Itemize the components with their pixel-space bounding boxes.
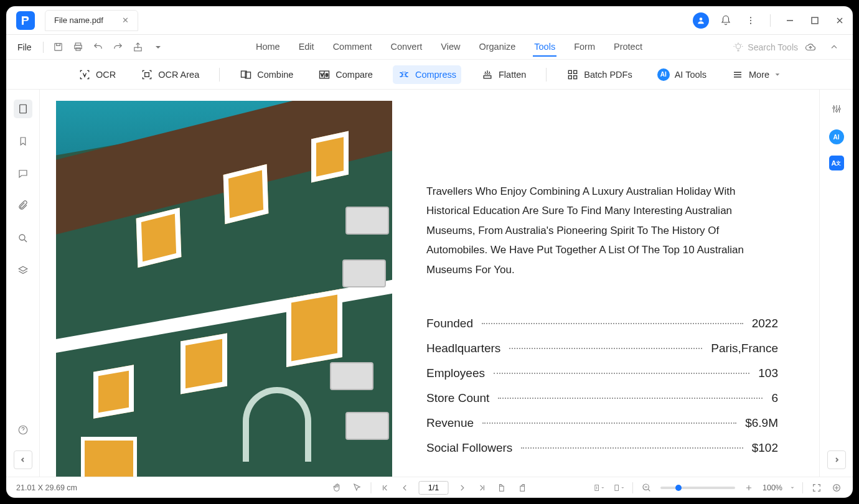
last-page-button[interactable] [476,482,489,494]
left-panel-collapse-button[interactable] [14,450,32,469]
info-label: Social Followers [426,441,512,455]
menu-home[interactable]: Home [255,38,281,57]
zoom-dropdown-icon[interactable] [790,485,795,490]
compare-button[interactable]: VS Compare [313,65,378,84]
svg-point-3 [750,22,751,24]
bookmarks-panel-button[interactable] [14,132,32,151]
chevron-down-icon [774,72,781,78]
compress-icon [398,68,410,81]
document-image [56,101,392,477]
help-button[interactable] [14,421,32,439]
cloud-upload-icon[interactable] [803,40,818,55]
scroll-mode-button[interactable] [593,482,605,494]
zoom-slider[interactable] [660,487,735,489]
close-window-button[interactable] [832,12,848,29]
compress-button[interactable]: Compress [393,65,461,84]
info-value: 6 [771,391,778,405]
properties-panel-button[interactable] [827,100,846,118]
menu-edit[interactable]: Edit [298,38,316,57]
menu-form[interactable]: Form [573,38,596,57]
menu-tools[interactable]: Tools [533,38,556,57]
menu-comment[interactable]: Comment [332,38,373,57]
comments-panel-button[interactable] [14,164,32,183]
kebab-menu-icon[interactable] [743,12,759,29]
svg-rect-20 [569,75,572,78]
fullscreen-button[interactable] [810,482,823,494]
dropdown-icon[interactable] [151,40,166,55]
page-number-input[interactable] [419,481,449,495]
prev-page-button[interactable] [399,482,411,494]
svg-text:V: V [321,73,324,77]
svg-rect-5 [55,44,62,50]
menu-view[interactable]: View [439,38,461,57]
print-icon[interactable] [71,40,86,55]
page-dimensions: 21.01 X 29.69 cm [16,483,77,492]
right-panel-collapse-button[interactable] [827,450,846,469]
ai-assistant-button[interactable]: AI [829,129,844,144]
info-row: Revenue$6.9M [426,416,778,430]
info-row: Employees103 [426,366,778,380]
svg-point-26 [838,108,840,110]
document-tab[interactable]: File name.pdf ✕ [45,10,138,31]
save-icon[interactable] [51,40,66,55]
ai-tools-button[interactable]: AI AI Tools [652,65,711,84]
app-logo[interactable] [16,11,35,30]
ocr-area-icon [141,68,153,81]
ocr-icon [78,68,91,81]
info-row: Store Count6 [426,391,778,405]
undo-icon[interactable] [91,40,106,55]
ocr-button[interactable]: OCR [73,65,121,84]
select-tool-button[interactable] [351,482,364,494]
menu-convert[interactable]: Convert [389,38,423,57]
info-label: Founded [426,317,473,330]
layers-panel-button[interactable] [14,261,32,280]
menu-protect[interactable]: Protect [613,38,644,57]
flatten-button[interactable]: Flatten [476,65,531,84]
hand-tool-button[interactable] [331,482,344,494]
notifications-icon[interactable] [718,12,734,29]
rotate-left-button[interactable] [496,482,509,494]
attachments-panel-button[interactable] [14,197,32,215]
zoom-out-button[interactable] [641,482,653,494]
first-page-button[interactable] [379,482,392,494]
menu-organize[interactable]: Organize [477,38,517,57]
svg-point-25 [833,107,835,109]
svg-rect-18 [569,70,572,73]
minimize-button[interactable] [782,12,798,29]
ai-badge-icon: AI [657,68,670,81]
svg-rect-17 [484,75,491,78]
svg-point-10 [736,44,741,49]
zoom-level: 100% [763,483,782,492]
redo-icon[interactable] [111,40,126,55]
file-menu[interactable]: File [14,42,35,52]
info-label: Store Count [426,391,489,405]
collapse-icon[interactable] [827,40,842,55]
rotate-right-button[interactable] [516,482,528,494]
maximize-button[interactable] [807,12,823,29]
zoom-in-button[interactable] [743,482,755,494]
svg-rect-22 [19,105,26,113]
document-viewport[interactable]: Travellers Who Enjoy Combining A Luxury … [40,90,819,477]
ocr-area-button[interactable]: OCR Area [136,65,204,84]
page-layout-button[interactable] [613,482,625,494]
user-avatar-button[interactable] [693,12,709,29]
svg-rect-21 [574,75,577,78]
svg-point-0 [700,17,703,21]
thumbnails-panel-button[interactable] [14,100,32,118]
search-tools[interactable]: Search Tools [733,42,798,53]
translate-button[interactable]: A文 [829,156,844,170]
batch-icon [566,68,579,81]
close-tab-icon[interactable]: ✕ [122,16,129,25]
search-panel-button[interactable] [14,229,32,248]
info-row: Social Followers$102 [426,441,778,455]
svg-rect-28 [500,486,504,491]
batch-pdfs-button[interactable]: Batch PDFs [561,65,637,84]
more-icon [731,68,744,81]
compare-icon: VS [318,68,331,81]
next-page-button[interactable] [456,482,469,494]
svg-point-1 [750,17,751,18]
share-icon[interactable] [131,40,146,55]
combine-button[interactable]: Combine [235,65,298,84]
more-button[interactable]: More [726,65,786,84]
fit-page-button[interactable] [830,482,843,494]
